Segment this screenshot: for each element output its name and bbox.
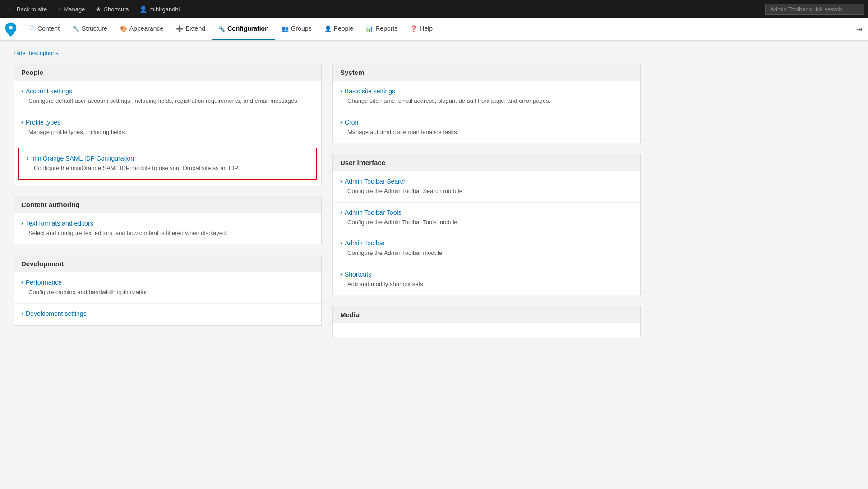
miniorange-link[interactable]: miniOrange SAML IDP Configuration [31,155,134,162]
profile-types-desc: Manage profile types, including fields. [28,128,314,137]
chevron-icon: › [340,240,342,246]
section-development-header: Development [14,255,321,272]
nav-toolbar: 📄 Content 🔧 Structure 🎨 Appearance ➕ Ext… [0,18,868,41]
nav-groups[interactable]: 👥 Groups [275,18,318,40]
section-media-header: Media [333,306,640,323]
chevron-icon: › [340,271,342,277]
section-content-authoring-body: › Text formats and editors Select and co… [14,213,321,244]
appearance-icon: 🎨 [120,25,127,32]
basic-site-settings-link[interactable]: Basic site settings [345,88,395,95]
left-column: People › Account settings Configure defa… [14,64,322,348]
section-people-header: People [14,64,321,81]
config-item-text-formats: › Text formats and editors Select and co… [14,213,321,244]
config-item-title: › Account settings [21,88,314,95]
people-icon: 👤 [324,25,332,32]
chevron-icon: › [21,310,23,317]
two-column-layout: People › Account settings Configure defa… [14,64,641,348]
reports-icon: 📊 [366,25,373,32]
nav-extend[interactable]: ➕ Extend [170,18,212,40]
performance-desc: Configure caching and bandwidth optimiza… [28,288,314,297]
page-content: Hide descriptions People › Account setti… [0,41,654,357]
nav-help[interactable]: ❓ Help [404,18,439,40]
menu-icon: ≡ [58,5,61,13]
section-content-authoring-header: Content authoring [14,196,321,213]
admin-toolbar-search-input[interactable] [765,4,864,15]
configuration-icon: 🔩 [218,25,225,32]
chevron-icon: › [27,155,28,161]
drupal-logo[interactable] [2,20,20,38]
cron-desc: Manage automatic site maintenance tasks. [347,128,633,137]
chevron-icon: › [21,279,23,286]
config-item-dev-settings: › Development settings [14,304,321,325]
config-item-title: › Admin Toolbar [340,240,633,247]
section-media: Media [332,306,641,337]
nav-configuration[interactable]: 🔩 Configuration [212,18,275,40]
section-people-body: › Account settings Configure default use… [14,81,321,180]
admin-toolbar-desc: Configure the Admin Toolbar module. [347,249,633,258]
config-item-miniorange: › miniOrange SAML IDP Configuration Conf… [18,148,317,180]
admin-toolbar: ← Back to site ≡ Manage ★ Shortcuts 👤 mi… [0,0,868,18]
nav-toggle-button[interactable]: ⇥ [853,18,866,41]
dev-settings-link[interactable]: Development settings [26,310,87,317]
section-development-body: › Performance Configure caching and band… [14,272,321,325]
profile-types-link[interactable]: Profile types [26,119,60,126]
admin-toolbar-link[interactable]: Admin Toolbar [345,240,385,247]
config-item-title: › Development settings [21,310,314,317]
admin-toolbar-search-link[interactable]: Admin Toolbar Search [345,178,406,185]
nav-people[interactable]: 👤 People [318,18,360,40]
account-settings-link[interactable]: Account settings [26,88,72,95]
content-icon: 📄 [28,25,35,32]
config-item-title: › Cron [340,119,633,126]
extend-icon: ➕ [176,25,183,32]
text-formats-desc: Select and configure text editors, and h… [28,229,314,238]
admin-toolbar-tools-link[interactable]: Admin Toolbar Tools [345,209,402,216]
basic-site-settings-desc: Change site name, email address, slogan,… [347,97,633,106]
miniorange-desc: Configure the miniOrange SAML IDP module… [34,164,309,173]
user-button[interactable]: 👤 mihirgandhi [135,0,184,18]
text-formats-link[interactable]: Text formats and editors [26,220,93,227]
back-to-site-button[interactable]: ← Back to site [4,0,51,18]
manage-button[interactable]: ≡ Manage [53,0,89,18]
star-icon: ★ [96,5,102,13]
nav-structure[interactable]: 🔧 Structure [66,18,114,40]
section-media-body [333,323,640,337]
shortcuts-button[interactable]: ★ Shortcuts [91,0,133,18]
shortcuts-desc: Add and modify shortcut sets. [347,280,633,289]
chevron-icon: › [340,209,342,216]
nav-appearance[interactable]: 🎨 Appearance [114,18,170,40]
section-system-body: › Basic site settings Change site name, … [333,81,640,143]
section-system: System › Basic site settings Change site… [332,64,641,143]
config-item-title: › Admin Toolbar Search [340,178,633,185]
hide-descriptions-link[interactable]: Hide descriptions [14,50,641,56]
user-icon: 👤 [139,5,147,13]
nav-reports[interactable]: 📊 Reports [360,18,404,40]
chevron-icon: › [340,119,342,125]
cron-link[interactable]: Cron [345,119,358,126]
config-item-cron: › Cron Manage automatic site maintenance… [333,112,640,143]
chevron-icon: › [340,178,342,185]
config-item-title: › Shortcuts [340,271,633,278]
groups-icon: 👥 [282,25,289,32]
config-item-admin-toolbar: › Admin Toolbar Configure the Admin Tool… [333,233,640,264]
config-item-shortcuts: › Shortcuts Add and modify shortcut sets… [333,264,640,295]
nav-content[interactable]: 📄 Content [22,18,66,40]
config-item-profile-types: › Profile types Manage profile types, in… [14,112,321,143]
section-development: Development › Performance Configure cach… [14,255,322,326]
admin-toolbar-tools-desc: Configure the Admin Toolbar Tools module… [347,218,633,227]
section-user-interface: User interface › Admin Toolbar Search Co… [332,154,641,295]
config-item-title: › Basic site settings [340,88,633,95]
shortcuts-link[interactable]: Shortcuts [345,271,371,278]
back-arrow-icon: ← [8,5,14,13]
help-icon: ❓ [410,25,417,32]
section-people: People › Account settings Configure defa… [14,64,322,185]
nav-right: ⇥ [853,18,866,41]
section-content-authoring: Content authoring › Text formats and edi… [14,196,322,244]
config-item-performance: › Performance Configure caching and band… [14,272,321,304]
chevron-icon: › [21,220,23,226]
performance-link[interactable]: Performance [26,279,62,286]
config-item-title: › Profile types [21,119,314,126]
config-item-basic-site-settings: › Basic site settings Change site name, … [333,81,640,112]
config-item-title: › Performance [21,279,314,286]
config-item-title: › miniOrange SAML IDP Configuration [27,155,309,162]
chevron-icon: › [340,88,342,94]
